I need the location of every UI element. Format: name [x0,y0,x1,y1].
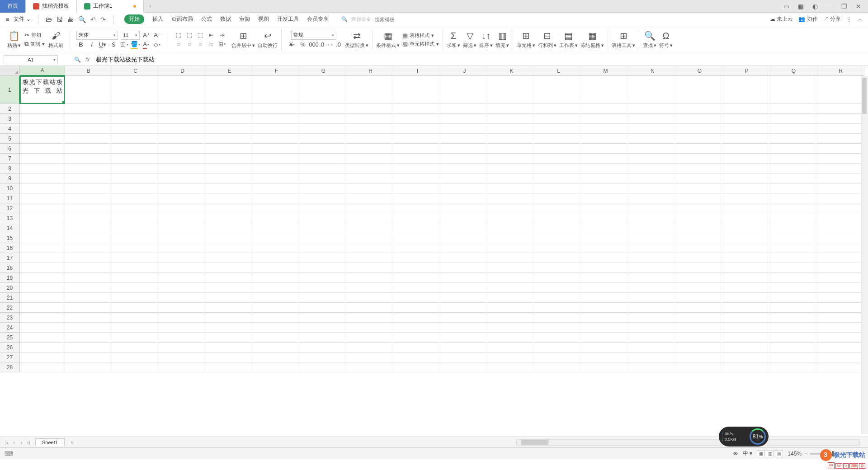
table-tools-button[interactable]: ⊞表格工具 ▾ [612,30,635,49]
cell-B26[interactable] [65,343,112,352]
cell-P3[interactable] [723,114,770,124]
cell-N25[interactable] [629,333,676,343]
cell-A27[interactable] [20,352,65,362]
cell-G24[interactable] [300,323,347,333]
cell-G3[interactable] [300,114,347,124]
cell-Q24[interactable] [770,323,817,333]
cell-R13[interactable] [817,213,864,223]
cell-K4[interactable] [488,124,535,134]
layout-icon[interactable]: ▭ [782,3,790,10]
cell-P15[interactable] [723,233,770,243]
cell-D18[interactable] [159,263,206,273]
cell-Q13[interactable] [770,213,817,223]
cell-D9[interactable] [159,174,206,183]
ribbon-tab-review[interactable]: 审阅 [239,14,250,24]
cell-I24[interactable] [394,323,441,333]
cell-R25[interactable] [817,333,864,343]
cell-O21[interactable] [676,293,723,303]
cell-R20[interactable] [817,283,864,293]
cell-R6[interactable] [817,144,864,154]
cell-P25[interactable] [723,333,770,343]
cell-K15[interactable] [488,233,535,243]
cell-D23[interactable] [159,313,206,323]
cell-R23[interactable] [817,313,864,323]
cell-Q25[interactable] [770,333,817,343]
cell-D26[interactable] [159,343,206,352]
cell-C5[interactable] [112,134,159,144]
cell-J28[interactable] [441,362,488,372]
cell-F25[interactable] [253,333,300,343]
select-all-corner[interactable] [0,66,20,76]
cell-I28[interactable] [394,362,441,372]
cell-M5[interactable] [582,134,629,144]
cell-P9[interactable] [723,174,770,183]
cell-B22[interactable] [65,303,112,313]
cell-J18[interactable] [441,263,488,273]
cell-P17[interactable] [723,253,770,263]
cell-R27[interactable] [817,352,864,362]
cell-P21[interactable] [723,293,770,303]
row-header-15[interactable]: 15 [0,233,20,243]
cell-D27[interactable] [159,352,206,362]
cell-G7[interactable] [300,154,347,164]
filter-button[interactable]: ▽筛选 ▾ [463,30,476,49]
cell-L4[interactable] [535,124,582,134]
view-break-icon[interactable]: ▤ [775,450,783,457]
collapse-ribbon-icon[interactable]: ︿ [857,15,863,23]
row-header-21[interactable]: 21 [0,293,20,303]
cell-B25[interactable] [65,333,112,343]
row-header-2[interactable]: 2 [0,104,20,114]
row-header-27[interactable]: 27 [0,352,20,362]
file-menu[interactable]: 文件 ⌄ [14,15,30,23]
indent-dec-icon[interactable]: ⇤ [207,31,215,39]
cell-P20[interactable] [723,283,770,293]
cell-K27[interactable] [488,352,535,362]
cell-L7[interactable] [535,154,582,164]
cell-H13[interactable] [347,213,394,223]
cell-K18[interactable] [488,263,535,273]
cell-A20[interactable] [20,283,65,293]
align-center-icon[interactable]: ≡ [185,40,193,48]
fx-search-icon[interactable]: 🔍 [74,56,81,63]
cell-N10[interactable] [629,183,676,193]
cell-E28[interactable] [206,362,253,372]
cell-B2[interactable] [65,104,112,114]
cell-F22[interactable] [253,303,300,313]
cell-A21[interactable] [20,293,65,303]
cell-Q14[interactable] [770,223,817,233]
cell-C26[interactable] [112,343,159,352]
cell-I19[interactable] [394,273,441,283]
sheet-add-button[interactable]: ＋ [65,438,79,446]
cell-G22[interactable] [300,303,347,313]
ribbon-tab-member[interactable]: 会员专享 [307,14,329,24]
cell-K22[interactable] [488,303,535,313]
cell-K8[interactable] [488,164,535,174]
cell-H4[interactable] [347,124,394,134]
cell-M6[interactable] [582,144,629,154]
cell-E2[interactable] [206,104,253,114]
cell-J25[interactable] [441,333,488,343]
search-template-input[interactable] [375,17,415,22]
col-header-Q[interactable]: Q [770,66,817,76]
cell-G12[interactable] [300,203,347,213]
col-header-D[interactable]: D [159,66,206,76]
merge-center-button[interactable]: ⊞合并居中 ▾ [231,30,255,49]
cell-F13[interactable] [253,213,300,223]
cell-B21[interactable] [65,293,112,303]
share-button[interactable]: ↗ 分享 [823,15,841,23]
cell-D21[interactable] [159,293,206,303]
col-header-A[interactable]: A [20,66,65,76]
cell-M16[interactable] [582,243,629,253]
cell-B28[interactable] [65,362,112,372]
cell-A1[interactable]: 极光下载站极光下载站 [20,76,65,104]
cell-O7[interactable] [676,154,723,164]
row-header-19[interactable]: 19 [0,273,20,283]
cell-J8[interactable] [441,164,488,174]
cell-Q9[interactable] [770,174,817,183]
cell-Q21[interactable] [770,293,817,303]
col-header-I[interactable]: I [394,66,441,76]
cloud-status[interactable]: ☁ 未上云 [770,15,793,23]
cell-A26[interactable] [20,343,65,352]
cell-M12[interactable] [582,203,629,213]
col-header-B[interactable]: B [65,66,112,76]
